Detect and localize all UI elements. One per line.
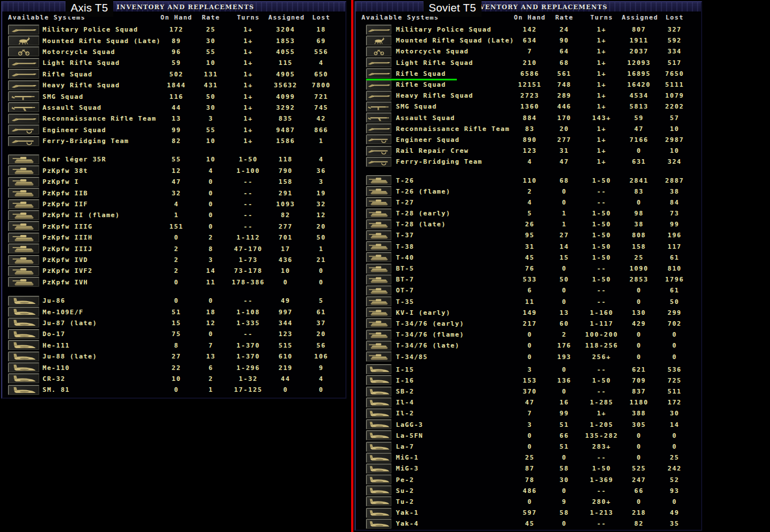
rifle-icon[interactable] [366, 68, 392, 79]
aircraft-icon[interactable] [8, 373, 40, 384]
assigned-value: 525 [622, 465, 656, 472]
motorcycle-icon[interactable] [8, 47, 40, 57]
tank-icon[interactable] [366, 296, 392, 307]
smg-icon[interactable] [8, 91, 40, 102]
on-hand-value: 151 [159, 223, 194, 230]
motorcycle-icon[interactable] [366, 47, 392, 57]
aircraft-icon[interactable] [366, 496, 392, 507]
tank-icon[interactable] [8, 255, 40, 265]
table-row: LaGG-3 3 51 1-205 305 14 [366, 419, 701, 430]
aircraft-icon[interactable] [366, 387, 392, 397]
rifle-icon[interactable] [366, 57, 392, 68]
lost-value: 52 [656, 476, 693, 484]
tank-icon[interactable] [366, 241, 392, 252]
tank-icon[interactable] [8, 199, 40, 210]
tank-icon[interactable] [366, 209, 392, 219]
engineer-rifle-icon[interactable] [366, 146, 392, 156]
tank-icon[interactable] [366, 286, 392, 296]
on-hand-value: 0 [159, 279, 194, 286]
cavalry-icon[interactable] [8, 36, 40, 46]
aircraft-icon[interactable] [366, 419, 392, 430]
tank-icon[interactable] [8, 244, 40, 254]
smg-icon[interactable] [366, 102, 392, 112]
lost-value: 556 [303, 48, 340, 56]
tank-icon[interactable] [8, 210, 40, 221]
tank-icon[interactable] [366, 230, 392, 241]
aircraft-icon[interactable] [366, 408, 392, 419]
tank-icon[interactable] [366, 252, 392, 263]
aircraft-icon[interactable] [8, 363, 40, 373]
rate-value: 1 [194, 386, 228, 394]
aircraft-icon[interactable] [8, 385, 40, 395]
aircraft-icon[interactable] [366, 398, 392, 408]
turns-value: 1-370 [228, 342, 268, 349]
aircraft-icon[interactable] [8, 307, 40, 317]
rate-value: 193 [547, 353, 582, 361]
aircraft-icon[interactable] [366, 475, 392, 485]
tank-icon[interactable] [8, 277, 40, 287]
tank-icon[interactable] [8, 233, 40, 243]
tank-icon[interactable] [366, 318, 392, 329]
aircraft-icon[interactable] [366, 442, 392, 452]
aircraft-icon[interactable] [366, 519, 392, 529]
turns-value: -- [582, 298, 622, 306]
rifle-icon[interactable] [366, 91, 392, 101]
unit-icon-cell [8, 69, 43, 79]
tank-icon[interactable] [366, 175, 392, 186]
rifle-icon[interactable] [8, 25, 40, 35]
rifle-icon[interactable] [366, 80, 392, 90]
tank-icon[interactable] [366, 275, 392, 285]
tank-icon[interactable] [8, 177, 40, 187]
rifle-icon[interactable] [8, 58, 40, 68]
assigned-value: 808 [622, 232, 656, 239]
tank-icon[interactable] [366, 307, 392, 318]
aircraft-icon[interactable] [8, 352, 40, 362]
tank-icon[interactable] [8, 188, 40, 198]
aircraft-icon[interactable] [366, 364, 392, 375]
tank-icon[interactable] [366, 330, 392, 340]
assault-rifle-icon[interactable] [366, 113, 392, 123]
lost-value: 702 [656, 320, 693, 327]
table-row: CR-32 10 2 1-32 44 4 [8, 373, 345, 384]
engineer-rifle-icon[interactable] [8, 136, 40, 147]
rifle-icon[interactable] [8, 80, 40, 91]
column-header-row: Available Systems On Hand Rate Turns Ass… [2, 12, 345, 22]
engineer-rifle-icon[interactable] [366, 134, 392, 145]
tank-icon[interactable] [366, 186, 392, 196]
aircraft-icon[interactable] [8, 296, 40, 306]
tank-icon[interactable] [366, 341, 392, 351]
tank-icon[interactable] [366, 197, 392, 207]
tank-icon[interactable] [8, 165, 40, 176]
aircraft-icon[interactable] [366, 464, 392, 474]
tank-icon[interactable] [8, 221, 40, 232]
tank-icon[interactable] [8, 155, 40, 165]
tank-icon[interactable] [366, 352, 392, 362]
aircraft-icon[interactable] [366, 508, 392, 518]
rate-value: 0 [194, 178, 228, 186]
aircraft-icon[interactable] [366, 485, 392, 496]
cavalry-icon[interactable] [366, 36, 392, 46]
tank-icon[interactable] [366, 219, 392, 230]
turns-value: 1+ [582, 125, 622, 133]
lost-value: 5111 [656, 81, 693, 88]
aircraft-icon[interactable] [8, 340, 40, 350]
aircraft-icon[interactable] [8, 329, 40, 340]
on-hand-value: 78 [513, 476, 547, 484]
rate-value: 68 [547, 177, 582, 184]
tank-icon[interactable] [366, 264, 392, 274]
assault-rifle-icon[interactable] [8, 102, 40, 113]
tank-icon[interactable] [8, 266, 40, 276]
rate-value: 1 [547, 210, 582, 217]
rifle-icon[interactable] [8, 69, 40, 79]
rifle-icon[interactable] [8, 114, 40, 124]
table-row: Tu-2 0 9 280+ 0 0 [366, 496, 701, 507]
engineer-rifle-icon[interactable] [8, 125, 40, 135]
engineer-rifle-icon[interactable] [366, 157, 392, 167]
aircraft-icon[interactable] [366, 430, 392, 441]
rifle-icon[interactable] [366, 25, 392, 35]
rifle-icon[interactable] [366, 124, 392, 134]
aircraft-icon[interactable] [366, 375, 392, 385]
aircraft-icon[interactable] [8, 318, 40, 328]
aircraft-icon[interactable] [366, 453, 392, 463]
table-row: Reconnaissance Rifle Team 83 20 1+ 47 10 [366, 124, 701, 134]
